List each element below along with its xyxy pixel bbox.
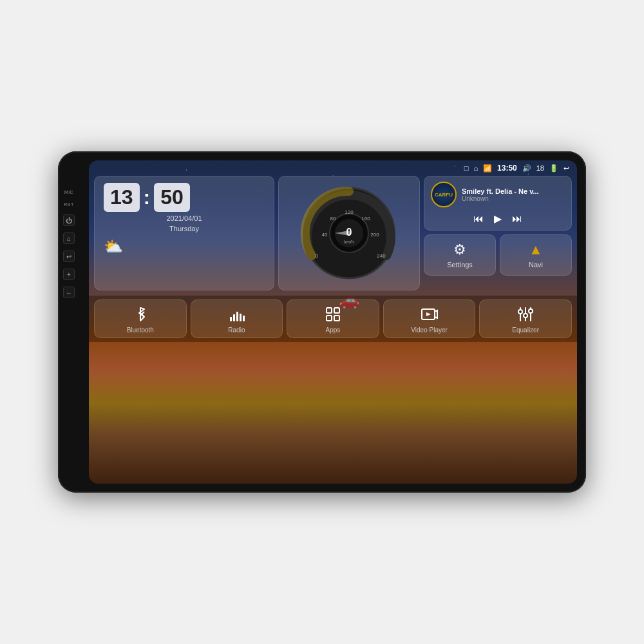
device-outer: MIC RST ⏻ ⌂ ↩ + ← □ ⌂ 📶 13:50 🔊 18 🔋 ↩ 1… [58, 151, 586, 493]
clock-sep: : [144, 183, 151, 212]
svg-text:0: 0 [316, 253, 319, 259]
wifi-icon: 📶 [483, 164, 492, 173]
svg-point-27 [529, 309, 533, 313]
volume-icon: 🔊 [522, 164, 531, 173]
svg-rect-12 [230, 317, 232, 321]
battery-icon: 🔋 [549, 164, 558, 173]
svg-text:200: 200 [370, 232, 379, 238]
svg-point-23 [518, 310, 522, 314]
clock-minutes-block: 50 [154, 183, 190, 212]
music-header: CARFU Smiley ft. Delia - Ne v... Unknown [431, 182, 565, 207]
svg-text:120: 120 [345, 209, 354, 215]
navi-icon: ▲ [529, 242, 543, 258]
svg-rect-19 [327, 316, 332, 321]
status-time: 13:50 [497, 164, 517, 173]
play-button[interactable]: ▶ [494, 213, 502, 225]
video-player-label: Video Player [411, 327, 448, 334]
apps-icon [324, 305, 342, 323]
mic-label: MIC [64, 190, 73, 194]
equalizer-icon [516, 305, 535, 323]
settings-button[interactable]: ⚙ Settings [424, 234, 496, 276]
music-controls: ⏮ ▶ ⏭ [431, 213, 565, 225]
weather-icon: ⛅ [104, 238, 123, 256]
prev-button[interactable]: ⏮ [473, 213, 484, 225]
clock-minutes: 50 [160, 185, 184, 209]
main-content: 13 : 50 2021/04/01 Thursday ⛅ [89, 176, 577, 290]
svg-rect-17 [327, 308, 332, 313]
music-title: Smiley ft. Delia - Ne v... [462, 187, 565, 195]
settings-navi-row: ⚙ Settings ▲ Navi [424, 234, 572, 276]
apps-button[interactable]: Apps [287, 299, 379, 338]
speedo-widget: 0 40 80 120 160 200 240 0 km/h 🚗 [278, 176, 420, 290]
settings-icon: ⚙ [453, 242, 466, 258]
clock-display: 13 : 50 [104, 183, 265, 212]
video-player-icon [421, 305, 439, 323]
clock-date: 2021/04/01 [104, 214, 265, 222]
clock-day: Thursday [104, 225, 265, 232]
svg-rect-20 [334, 316, 339, 321]
vol-up-button[interactable]: + [63, 269, 75, 280]
settings-label: Settings [447, 261, 473, 269]
carfu-logo: CARFU [431, 182, 457, 207]
clock-hours-block: 13 [104, 183, 140, 212]
equalizer-button[interactable]: Equalizer [479, 299, 572, 338]
svg-rect-13 [233, 314, 235, 321]
svg-text:km/h: km/h [344, 240, 354, 244]
equalizer-label: Equalizer [512, 327, 539, 334]
next-button[interactable]: ⏭ [512, 213, 522, 225]
svg-text:0: 0 [346, 227, 352, 238]
svg-point-25 [524, 314, 527, 317]
gauge-wrap: 0 40 80 120 160 200 240 0 km/h 🚗 [298, 182, 401, 285]
power-button[interactable]: ⏻ [63, 214, 75, 226]
bluetooth-icon [131, 305, 149, 323]
rst-label: RST [64, 202, 74, 207]
home-icon-bar[interactable]: ⌂ [473, 164, 478, 172]
back-icon[interactable]: ↩ [564, 164, 569, 173]
svg-rect-18 [334, 308, 339, 313]
bluetooth-button[interactable]: Bluetooth [94, 299, 187, 338]
svg-rect-14 [236, 312, 238, 321]
right-col: CARFU Smiley ft. Delia - Ne v... Unknown… [424, 176, 572, 290]
video-player-button[interactable]: Video Player [383, 299, 476, 338]
home-side-button[interactable]: ⌂ [63, 232, 75, 244]
back-side-button[interactable]: ↩ [63, 251, 75, 262]
clock-widget: 13 : 50 2021/04/01 Thursday ⛅ [94, 176, 274, 290]
status-bar: □ ⌂ 📶 13:50 🔊 18 🔋 ↩ [89, 160, 577, 176]
bottom-bar: Bluetooth Radio [89, 296, 577, 342]
navi-button[interactable]: ▲ Navi [500, 234, 572, 276]
radio-icon [227, 305, 245, 323]
bluetooth-label: Bluetooth [127, 327, 154, 334]
svg-rect-15 [240, 314, 242, 321]
navi-label: Navi [529, 261, 543, 269]
svg-text:240: 240 [377, 253, 386, 259]
clock-hours: 13 [110, 185, 133, 209]
side-buttons: MIC RST ⏻ ⌂ ↩ + ← [63, 190, 75, 298]
screen: □ ⌂ 📶 13:50 🔊 18 🔋 ↩ 13 : 50 [89, 160, 577, 484]
svg-text:80: 80 [330, 216, 336, 222]
weather-row: ⛅ [104, 238, 265, 256]
apps-label: Apps [326, 327, 341, 334]
music-widget[interactable]: CARFU Smiley ft. Delia - Ne v... Unknown… [424, 176, 572, 231]
radio-button[interactable]: Radio [191, 299, 283, 338]
svg-text:160: 160 [361, 216, 370, 222]
svg-text:40: 40 [322, 232, 328, 238]
music-artist: Unknown [462, 195, 565, 202]
recents-icon-bar[interactable]: □ [464, 164, 469, 172]
vol-down-button[interactable]: ← [63, 287, 75, 298]
volume-level: 18 [536, 164, 544, 172]
music-info: Smiley ft. Delia - Ne v... Unknown [462, 187, 565, 202]
radio-label: Radio [228, 327, 245, 334]
svg-rect-16 [243, 316, 245, 321]
